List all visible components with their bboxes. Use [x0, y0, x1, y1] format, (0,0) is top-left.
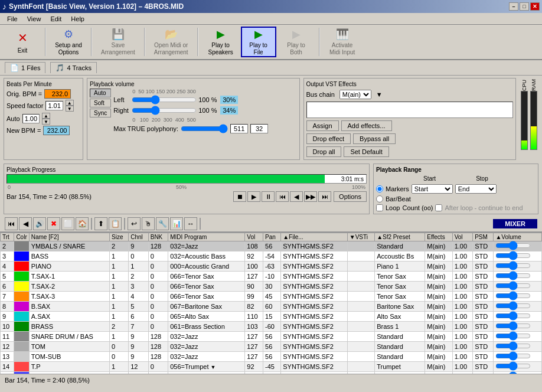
options-button[interactable]: Options — [334, 191, 367, 202]
progress-bar-container[interactable]: 3:01 m:s — [6, 174, 367, 184]
menu-help[interactable]: Help — [66, 14, 89, 24]
vol-slider[interactable] — [495, 252, 531, 259]
col-midi[interactable]: MIDI Program — [168, 233, 245, 241]
speed-spinner[interactable]: ▲ ▼ — [66, 100, 74, 112]
table-row[interactable]: 5T.SAX-1120066=Tenor Sax127-10SYNTHGMS.S… — [1, 272, 542, 282]
table-row[interactable]: 7T.SAX-3140066=Tenor Sax9945SYNTHGMS.SF2… — [1, 292, 542, 302]
table-row[interactable]: 4PIANO110000=Acoustic Grand100-63SYNTHGM… — [1, 262, 542, 272]
cell-volume[interactable] — [494, 342, 542, 352]
count-checkbox[interactable] — [435, 204, 442, 211]
end-btn[interactable]: ⏭ — [318, 191, 331, 202]
right-slider[interactable] — [132, 106, 197, 115]
loop-checkbox[interactable] — [376, 204, 383, 211]
save-button[interactable]: 💾 SaveArrangement — [97, 27, 139, 57]
st-wrench[interactable]: 🔧 — [156, 217, 169, 230]
menu-view[interactable]: View — [22, 14, 46, 24]
play-speakers-button[interactable]: ▶ Play toSpeakers — [203, 27, 239, 57]
next-btn[interactable]: ▶▶ — [304, 191, 317, 202]
vol-slider[interactable] — [495, 312, 531, 319]
st-chart[interactable]: 📊 — [170, 217, 183, 230]
setup-button[interactable]: ⚙ Setup andOptions — [51, 27, 86, 57]
cell-volume[interactable] — [494, 322, 542, 332]
table-row[interactable]: 6T.SAX-2130066=Tenor Sax9030SYNTHGMS.SF2… — [1, 282, 542, 292]
sync-btn[interactable]: Sync — [90, 109, 111, 117]
table-row[interactable]: 13TOM-SUB09128032=Jazz12756SYNTHGMS.SF2S… — [1, 352, 542, 362]
cell-volume[interactable] — [494, 352, 542, 362]
poly-slider[interactable] — [181, 125, 228, 133]
tracks-tab[interactable]: 🎵 4 Tracks — [50, 62, 97, 73]
speed-down[interactable]: ▼ — [66, 106, 74, 112]
cell-volume[interactable] — [494, 262, 542, 272]
st-square[interactable]: ⬜ — [61, 217, 74, 230]
col-bnk[interactable]: BNK — [148, 233, 168, 241]
soft-btn[interactable]: Soft — [90, 99, 111, 107]
col-name[interactable]: Name [F2] — [29, 233, 109, 241]
vol-slider[interactable] — [495, 272, 531, 279]
cell-volume[interactable] — [494, 362, 542, 372]
play-btn[interactable]: ▶ — [247, 191, 260, 202]
st-cursor[interactable]: 🖱 — [142, 217, 155, 230]
cell-volume[interactable] — [494, 292, 542, 302]
st-rewind[interactable]: ⏮ — [5, 217, 18, 230]
pause-btn[interactable]: ⏸ — [262, 191, 275, 202]
st-clipboard[interactable]: 📋 — [109, 217, 122, 230]
cell-volume[interactable] — [494, 282, 542, 292]
col-evol[interactable]: Vol — [452, 233, 473, 241]
col-vol[interactable]: Vol — [245, 233, 263, 241]
left-slider[interactable] — [132, 96, 197, 104]
vol-slider[interactable] — [495, 262, 531, 269]
col-trt[interactable]: Trt — [1, 233, 14, 241]
vst-bus-select[interactable]: M(ain) — [339, 90, 371, 99]
drop-effect-button[interactable]: Drop effect — [306, 133, 351, 144]
vol-slider[interactable] — [495, 242, 531, 249]
auto-up[interactable]: ▲ — [42, 113, 50, 119]
midi-input-button[interactable]: 🎹 ActivateMidi Input — [325, 27, 360, 57]
auto-btn[interactable]: Auto — [90, 89, 111, 97]
col-vsti[interactable]: ▼VSTi — [347, 233, 374, 241]
barbeat-radio[interactable] — [376, 195, 383, 202]
table-row[interactable]: 11SNARE DRUM / BAS19128032=Jazz12756SYNT… — [1, 332, 542, 342]
rewind-btn[interactable]: ⏮ — [276, 191, 289, 202]
col-chnl[interactable]: Chnl — [129, 233, 149, 241]
vol-slider[interactable] — [495, 302, 531, 309]
vol-slider[interactable] — [495, 282, 531, 289]
title-bar-buttons[interactable]: – □ ✕ — [509, 2, 540, 11]
bypass-all-button[interactable]: Bypass all — [353, 133, 396, 144]
auto-value[interactable]: 1.00 — [22, 114, 40, 123]
cell-volume[interactable] — [494, 241, 542, 251]
table-row[interactable]: 15TROMBONE1130057=Trombone113-30SYNTHGMS… — [1, 372, 542, 374]
table-row[interactable]: 10BRASS270061=Brass Section103-60SYNTHGM… — [1, 322, 542, 332]
files-tab[interactable]: 📄 1 Files — [5, 62, 45, 73]
st-up[interactable]: ⬆ — [94, 217, 107, 230]
col-pan[interactable]: Pan — [263, 233, 281, 241]
table-row[interactable]: 14T.P1120056=Trumpet ▼92-45SYNTHGMS.SF2T… — [1, 362, 542, 372]
menu-edit[interactable]: Edit — [45, 14, 66, 24]
set-default-button[interactable]: Set Default — [344, 146, 388, 157]
auto-spinner[interactable]: ▲ ▼ — [42, 113, 50, 125]
st-back[interactable]: ◀ — [19, 217, 32, 230]
cell-volume[interactable] — [494, 312, 542, 322]
col-effects[interactable]: Effects — [425, 233, 452, 241]
col-volume[interactable]: ▲Volume — [494, 233, 542, 241]
table-row[interactable]: 2YMBALS / SNARE29128032=Jazz10856SYNTHGM… — [1, 241, 542, 251]
vol-slider[interactable] — [495, 373, 531, 374]
st-home[interactable]: 🏠 — [76, 217, 89, 230]
menu-file[interactable]: File — [2, 14, 22, 24]
st-stop[interactable]: ✖ — [47, 217, 60, 230]
play-both-button[interactable]: ▶ Play toBoth — [279, 27, 314, 57]
minimize-button[interactable]: – — [509, 2, 518, 11]
cell-volume[interactable] — [494, 302, 542, 312]
st-undo[interactable]: ↩ — [128, 217, 141, 230]
vol-slider[interactable] — [495, 362, 531, 370]
col-color[interactable]: Colr — [14, 233, 29, 241]
vol-slider[interactable] — [495, 342, 531, 349]
maximize-button[interactable]: □ — [520, 2, 529, 11]
vol-slider[interactable] — [495, 332, 531, 339]
st-speaker[interactable]: 🔊 — [33, 217, 46, 230]
assign-button[interactable]: Assign — [306, 120, 339, 131]
col-psm[interactable]: PSM — [473, 233, 494, 241]
cell-volume[interactable] — [494, 272, 542, 282]
close-button[interactable]: ✕ — [530, 2, 540, 11]
cell-volume[interactable] — [494, 372, 542, 374]
vol-slider[interactable] — [495, 292, 531, 299]
